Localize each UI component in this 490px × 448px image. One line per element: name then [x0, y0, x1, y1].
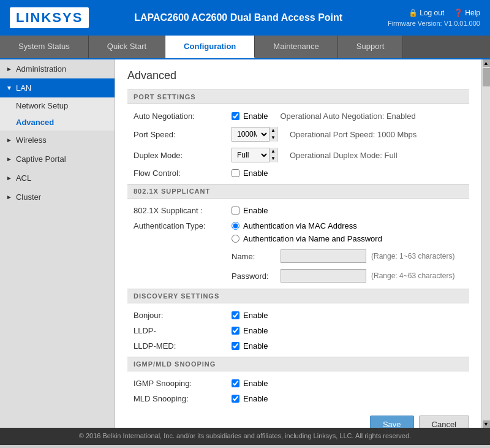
bonjour-row: Bonjour: Enable	[127, 311, 469, 320]
operational-auto-neg-value: Operational Auto Negotiation: Enabled	[280, 112, 415, 121]
sidebar-item-administration[interactable]: ► Administration	[0, 59, 115, 78]
port-speed-control: 1000M 100M 10M ▲ ▼	[232, 127, 277, 142]
lldp-control: Enable	[232, 326, 268, 335]
operational-port-speed-value: Operational Port Speed: 1000 Mbps	[290, 130, 417, 139]
bonjour-control: Enable	[232, 311, 268, 320]
sidebar-item-cluster[interactable]: ► Cluster	[0, 188, 115, 207]
cancel-button[interactable]: Cancel	[419, 416, 469, 428]
auth-type-row: Authentication Type: Authentication via …	[127, 221, 469, 243]
auth-name-radio[interactable]	[232, 235, 239, 243]
mld-control: Enable	[232, 394, 268, 403]
igmp-checkbox[interactable]	[232, 379, 239, 387]
arrow-icon: ►	[6, 137, 12, 143]
duplex-mode-select[interactable]: Full Half	[232, 150, 269, 160]
duplex-mode-up-arrow[interactable]: ▲	[270, 148, 277, 155]
sidebar-item-lan[interactable]: ▼ LAN	[0, 78, 115, 97]
save-button[interactable]: Save	[370, 416, 414, 428]
auto-negotiation-row: Auto Negotiation: Enable Operational Aut…	[127, 112, 469, 121]
lldp-med-enable-label: Enable	[243, 341, 268, 351]
user-icon: 🔒	[409, 9, 418, 17]
header: LINKSYS LAPAC2600 AC2600 Dual Band Acces…	[0, 0, 490, 36]
tab-system-status[interactable]: System Status	[0, 36, 89, 58]
auth-type-group: Authentication via MAC Address Authentic…	[232, 221, 382, 243]
lldp-row: LLDP- Enable	[127, 326, 469, 335]
auth-type-label: Authentication Type:	[134, 221, 232, 230]
name-input[interactable]	[281, 249, 366, 263]
duplex-mode-row: Duplex Mode: Full Half ▲ ▼ Operat	[127, 148, 469, 162]
tab-quick-start[interactable]: Quick Start	[89, 36, 165, 58]
igmp-row: IGMP Snooping: Enable	[127, 379, 469, 388]
scroll-up-arrow[interactable]: ▲	[483, 59, 490, 67]
arrow-icon: ►	[6, 156, 12, 162]
igmp-control: Enable	[232, 379, 268, 388]
supplicant-checkbox[interactable]	[232, 207, 239, 215]
sidebar-sub-lan: Network Setup Advanced	[0, 97, 115, 131]
flow-control-checkbox[interactable]	[232, 169, 239, 177]
lldp-med-row: LLDP-MED: Enable	[127, 341, 469, 351]
scroll-down-arrow[interactable]: ▼	[483, 420, 490, 428]
arrow-icon: ▼	[6, 85, 12, 91]
auth-name-item: Authentication via Name and Password	[232, 234, 382, 243]
sidebar-sub-item-advanced[interactable]: Advanced	[0, 114, 115, 131]
lldp-med-checkbox[interactable]	[232, 342, 239, 350]
auto-negotiation-label: Auto Negotiation:	[134, 112, 232, 121]
flow-control-control: Enable	[232, 169, 268, 178]
scrollbar[interactable]: ▲ ▼	[481, 59, 490, 428]
header-title: LAPAC2600 AC2600 Dual Band Access Point	[134, 12, 342, 23]
sidebar-item-captive-portal[interactable]: ► Captive Portal	[0, 150, 115, 169]
password-row: Password: (Range: 4~63 characters)	[225, 269, 469, 283]
section-port-settings: PORT SETTINGS	[127, 89, 469, 104]
sidebar-item-acl[interactable]: ► ACL	[0, 169, 115, 188]
bonjour-checkbox[interactable]	[232, 311, 239, 319]
port-speed-spinbox[interactable]: 1000M 100M 10M ▲ ▼	[232, 127, 277, 142]
tab-configuration[interactable]: Configuration	[165, 36, 255, 58]
supplicant-label: 802.1X Supplicant :	[134, 206, 232, 215]
port-speed-arrows: ▲ ▼	[269, 127, 277, 142]
section-igmp: IGMP/MLD SNOOPING	[127, 357, 469, 371]
sidebar-item-wireless[interactable]: ► Wireless	[0, 131, 115, 150]
duplex-mode-down-arrow[interactable]: ▼	[270, 155, 277, 162]
port-speed-select[interactable]: 1000M 100M 10M	[232, 129, 269, 139]
lldp-checkbox[interactable]	[232, 327, 239, 335]
password-input[interactable]	[281, 269, 366, 283]
scroll-track	[483, 67, 490, 420]
duplex-mode-spinbox[interactable]: Full Half ▲ ▼	[232, 148, 277, 162]
tab-support[interactable]: Support	[338, 36, 404, 58]
firmware-version: Firmware Version: V1.0.01.000	[388, 20, 480, 27]
password-hint: (Range: 4~63 characters)	[371, 271, 454, 280]
flow-control-row: Flow Control: Enable	[127, 169, 469, 178]
flow-control-enable-label: Enable	[243, 169, 268, 178]
bonjour-label: Bonjour:	[134, 311, 232, 320]
content-area: Advanced PORT SETTINGS Auto Negotiation:…	[115, 59, 481, 428]
auto-negotiation-checkbox[interactable]	[232, 112, 239, 120]
duplex-mode-label: Duplex Mode:	[134, 151, 232, 160]
supplicant-enable-label: Enable	[243, 206, 268, 215]
lldp-med-label: LLDP-MED:	[134, 341, 232, 351]
lldp-label: LLDP-	[134, 326, 232, 335]
scroll-thumb[interactable]	[483, 68, 490, 86]
header-right: 🔒 Log out ❓ Help Firmware Version: V1.0.…	[388, 9, 480, 27]
header-links: 🔒 Log out ❓ Help	[409, 9, 480, 17]
main-layout: ► Administration ▼ LAN Network Setup Adv…	[0, 59, 490, 428]
mld-enable-label: Enable	[243, 394, 268, 403]
igmp-label: IGMP Snooping:	[134, 379, 232, 388]
auth-mac-radio[interactable]	[232, 222, 239, 230]
operational-duplex-mode-value: Operational Duplex Mode: Full	[290, 151, 398, 160]
help-button[interactable]: ❓ Help	[454, 9, 480, 17]
mld-label: MLD Snooping:	[134, 394, 232, 403]
content-wrapper: Advanced PORT SETTINGS Auto Negotiation:…	[115, 59, 490, 428]
auth-mac-item: Authentication via MAC Address	[232, 221, 382, 230]
igmp-enable-label: Enable	[243, 379, 268, 388]
footer-text: © 2016 Belkin International, Inc. and/or…	[79, 432, 411, 439]
sidebar-sub-item-network-setup[interactable]: Network Setup	[0, 97, 115, 114]
name-label: Name:	[232, 252, 281, 261]
arrow-icon: ►	[6, 66, 12, 72]
mld-checkbox[interactable]	[232, 395, 239, 403]
name-hint: (Range: 1~63 characters)	[371, 252, 454, 260]
tab-maintenance[interactable]: Maintenance	[255, 36, 337, 58]
duplex-mode-control: Full Half ▲ ▼	[232, 148, 277, 162]
flow-control-label: Flow Control:	[134, 169, 232, 178]
logout-button[interactable]: 🔒 Log out	[409, 9, 444, 17]
port-speed-down-arrow[interactable]: ▼	[270, 134, 277, 142]
port-speed-up-arrow[interactable]: ▲	[270, 127, 277, 134]
